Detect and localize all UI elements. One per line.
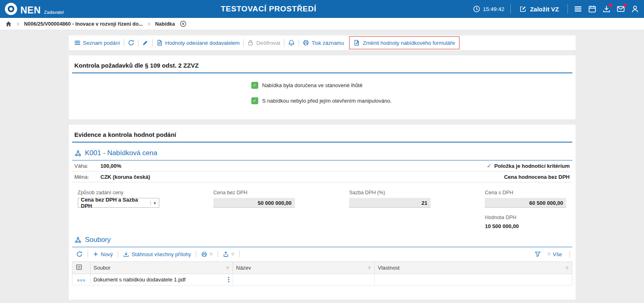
files-table-header-row: Soubor ▽ Název ▽ Vlastnost ▽ [72,262,572,274]
notifications-button[interactable] [285,40,298,46]
triangle-down-icon[interactable]: ▽ [231,252,234,256]
vaha-value: 100,00% [101,163,121,169]
notification-badge [623,4,626,7]
separator [510,4,511,14]
check-label: Nabídka byla doručena ve stanovené lhůtě [262,82,363,88]
hodnoty-dodavatele-label: Hodnoty odeslané dodavatelem [165,40,240,46]
breadcrumb-item-procedure[interactable]: N006/25/V00004860 - Inovace v rozvoji ří… [24,21,143,27]
filter-dropdown-icon[interactable]: ▽ [368,266,371,270]
nen-logo-icon [5,3,17,15]
column-label: Název [236,265,251,271]
row-menu-icon [77,279,85,281]
novy-button[interactable]: Nový [90,251,116,257]
refresh-button[interactable] [125,40,137,46]
cena-s-dph-label: Cena s DPH [485,190,566,195]
cell-menu-icon[interactable] [228,277,229,282]
column-header-vlastnost[interactable]: Vlastnost ▽ [374,262,572,274]
breadcrumb-item-nabidka[interactable]: Nabídka [155,21,175,27]
vse-label: Vše [553,251,562,257]
kontrola-title: Kontrola požadavků dle § 109 odst. 2 ZZV… [72,61,572,73]
green-check-icon: ✓ [251,82,258,89]
cell-nazev [233,274,374,285]
edit-square-icon [519,5,527,13]
separator [567,4,568,14]
triangle-down-icon: ▽ [547,252,550,256]
nen-logo[interactable]: NEN Zadavatel [5,3,64,15]
record-action-bar: Seznam podání Hodnoty odeslané dodavatel… [69,35,576,50]
separator [118,251,118,257]
separator [196,251,196,257]
printer-icon [303,40,309,46]
card-bottom-spacer [72,285,572,291]
zpusob-value: Cena bez DPH a Sazba DPH [81,197,148,209]
home-icon[interactable] [5,21,12,27]
zpusob-field: Způsob zadání ceny Cena bez DPH a Sazba … [78,190,159,208]
table-settings-header[interactable] [72,262,90,274]
separator [218,251,218,257]
plus-icon [93,251,99,257]
sazba-dph-input[interactable]: 21 [349,198,431,208]
tisk-zaznamu-button[interactable]: Tisk záznamu [300,40,347,46]
cena-bez-dph-label: Cena bez DPH [213,190,295,195]
filter-dropdown-icon[interactable]: ▽ [566,266,569,270]
edit-button[interactable] [139,40,152,46]
files-print-button[interactable]: ▽ [199,251,215,257]
column-header-nazev[interactable]: Název ▽ [233,262,374,274]
breadcrumb: N006/25/V00004860 - Inovace v rozvoji ří… [0,18,644,30]
menu-icon[interactable] [574,5,582,13]
separator [284,39,284,46]
chevron-right-icon [15,22,20,26]
calendar-icon[interactable] [588,5,596,13]
files-export-button[interactable]: ▽ [220,251,237,257]
clock-time: 15:49:42 [483,6,505,12]
table-row[interactable]: Dokument s nabídkou dodavatele 1.pdf [72,274,572,285]
price-form-row: Způsob zadání ceny Cena bez DPH a Sazba … [72,182,572,208]
kontrola-card: Kontrola požadavků dle § 109 odst. 2 ZZV… [69,55,576,119]
notification-badge [609,4,612,7]
page-content: Seznam podání Hodnoty odeslané dodavatel… [69,35,576,300]
evidence-title: Evidence a kontrola hodnot podání [72,130,572,143]
user-icon[interactable] [631,5,639,13]
brand-role: Zadavatel [44,10,64,15]
k001-title: K001 - Nabídková cena [85,149,158,157]
separator [569,251,570,257]
column-label: Soubor [94,265,111,271]
vaha-row: Váha: 100,00% ✓ Položka je hodnotící kri… [72,160,572,171]
stahnout-prilohy-button[interactable]: Stáhnout všechny přílohy [121,251,193,257]
soubory-header: Soubory [72,229,572,247]
export-icon [223,251,229,257]
refresh-icon [128,40,134,46]
seznam-podani-button[interactable]: Seznam podání [71,40,123,46]
download-icon[interactable] [602,5,611,13]
cena-s-dph-field: Cena s DPH 60 500 000,00 [485,190,566,208]
cena-s-dph-input[interactable]: 60 500 000,00 [485,198,566,208]
kriterium-label: Položka je hodnotící kritérium [495,163,570,169]
desifrovat-button[interactable]: Dešifrovat [244,40,283,46]
zmenit-hodnoty-button[interactable]: Změnit hodnoty nabídkového formuláře [349,36,459,49]
environment-title: TESTOVACÍ PROSTŘEDÍ [221,4,317,13]
close-circle-icon[interactable] [180,20,187,27]
bell-icon [288,40,295,46]
list-icon [74,40,81,46]
cena-bez-dph-input[interactable]: 50 000 000,00 [213,198,295,208]
create-vz-button[interactable]: Založit VZ [517,5,561,13]
seznam-podani-label: Seznam podání [83,40,120,46]
blue-check-icon: ✓ [487,162,492,169]
criteria-icon [75,150,81,157]
filter-dropdown-icon[interactable]: ▽ [226,266,229,270]
triangle-down-icon[interactable]: ▽ [210,252,213,256]
hodnoty-dodavatele-button[interactable]: Hodnoty odeslané dodavatelem [154,40,243,46]
zpusob-select[interactable]: Cena bez DPH a Sazba DPH ▾ [78,198,159,208]
filter-funnel-icon[interactable] [534,251,541,257]
vse-filter-button[interactable]: ▽ Vše [545,251,564,257]
kriterium-flag: ✓ Položka je hodnotící kritérium [487,162,570,169]
column-header-soubor[interactable]: Soubor ▽ [90,262,233,274]
cena-bez-dph-field: Cena bez DPH 50 000 000,00 [213,190,295,208]
mail-icon[interactable] [617,5,625,13]
green-check-icon: ✓ [251,97,258,104]
files-refresh-button[interactable] [74,251,85,257]
chevron-down-icon: ▾ [150,201,156,205]
files-toolbar: Nový Stáhnout všechny přílohy ▽ [72,247,572,261]
cell-soubor: Dokument s nabídkou dodavatele 1.pdf [90,274,233,285]
row-menu-cell[interactable] [72,274,90,285]
